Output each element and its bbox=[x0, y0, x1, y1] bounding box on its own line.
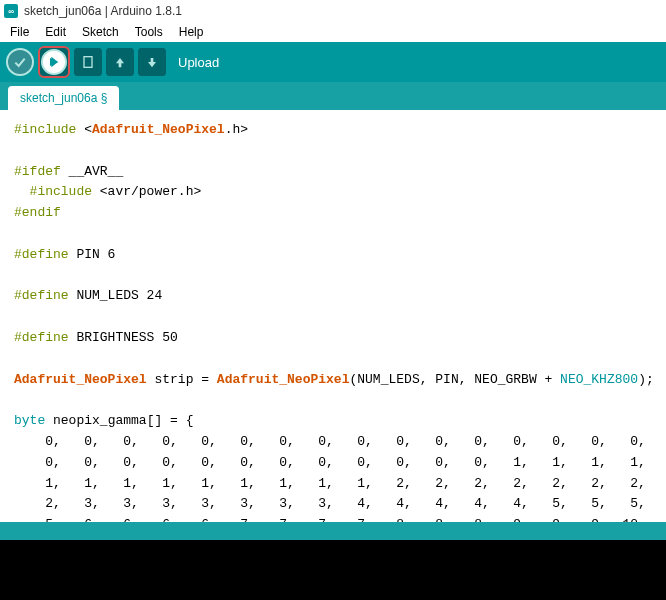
code-editor[interactable]: #include <Adafruit_NeoPixel.h> #ifdef __… bbox=[0, 110, 666, 522]
code-token: 1, 1, 1, 1, 1, 1, 1, 1, 1, 2, 2, 2, 2, 2… bbox=[14, 476, 646, 491]
window-title: sketch_jun06a | Arduino 1.8.1 bbox=[24, 4, 182, 18]
verify-button[interactable] bbox=[6, 48, 34, 76]
code-token: NUM_LEDS 24 bbox=[69, 288, 163, 303]
code-token: #endif bbox=[14, 205, 61, 220]
svg-marker-3 bbox=[116, 58, 124, 67]
titlebar: ∞ sketch_jun06a | Arduino 1.8.1 bbox=[0, 0, 666, 22]
toolbar: Upload bbox=[0, 42, 666, 82]
code-token: <avr/power.h> bbox=[92, 184, 201, 199]
menubar: File Edit Sketch Tools Help bbox=[0, 22, 666, 42]
tab-sketch[interactable]: sketch_jun06a § bbox=[8, 86, 119, 110]
code-token: NEO_KHZ800 bbox=[560, 372, 638, 387]
new-button[interactable] bbox=[74, 48, 102, 76]
code-token: Adafruit_NeoPixel bbox=[217, 372, 350, 387]
code-token: #include bbox=[14, 184, 92, 199]
menu-sketch[interactable]: Sketch bbox=[76, 23, 125, 41]
code-token: byte bbox=[14, 413, 45, 428]
console bbox=[0, 540, 666, 600]
code-token: strip = bbox=[147, 372, 217, 387]
svg-marker-4 bbox=[148, 58, 156, 67]
code-token: PIN 6 bbox=[69, 247, 116, 262]
code-token: #define bbox=[14, 247, 69, 262]
menu-edit[interactable]: Edit bbox=[39, 23, 72, 41]
code-token: 2, 3, 3, 3, 3, 3, 3, 3, 4, 4, 4, 4, 4, 5… bbox=[14, 496, 646, 511]
code-token: .h> bbox=[225, 122, 248, 137]
code-token: (NUM_LEDS, PIN, NEO_GRBW + bbox=[349, 372, 560, 387]
menu-file[interactable]: File bbox=[4, 23, 35, 41]
code-token: 0, 0, 0, 0, 0, 0, 0, 0, 0, 0, 0, 0, 0, 0… bbox=[14, 434, 646, 449]
code-token: #define bbox=[14, 288, 69, 303]
menu-tools[interactable]: Tools bbox=[129, 23, 169, 41]
toolbar-label: Upload bbox=[178, 55, 219, 70]
code-token: #ifdef bbox=[14, 164, 61, 179]
code-token: __AVR__ bbox=[61, 164, 123, 179]
menu-help[interactable]: Help bbox=[173, 23, 210, 41]
code-token: Adafruit_NeoPixel bbox=[14, 372, 147, 387]
svg-marker-1 bbox=[51, 57, 58, 68]
arduino-app-icon: ∞ bbox=[4, 4, 18, 18]
save-button[interactable] bbox=[138, 48, 166, 76]
code-token: neopix_gamma[] = { bbox=[45, 413, 193, 428]
upload-button[interactable] bbox=[38, 46, 70, 78]
open-button[interactable] bbox=[106, 48, 134, 76]
code-token: ); bbox=[638, 372, 654, 387]
code-token: BRIGHTNESS 50 bbox=[69, 330, 178, 345]
code-token: < bbox=[76, 122, 92, 137]
code-token: Adafruit_NeoPixel bbox=[92, 122, 225, 137]
svg-rect-2 bbox=[84, 57, 92, 68]
code-token: #include bbox=[14, 122, 76, 137]
tabbar: sketch_jun06a § bbox=[0, 82, 666, 110]
statusbar bbox=[0, 522, 666, 540]
code-token: #define bbox=[14, 330, 69, 345]
code-token: 0, 0, 0, 0, 0, 0, 0, 0, 0, 0, 0, 0, 1, 1… bbox=[14, 455, 646, 470]
